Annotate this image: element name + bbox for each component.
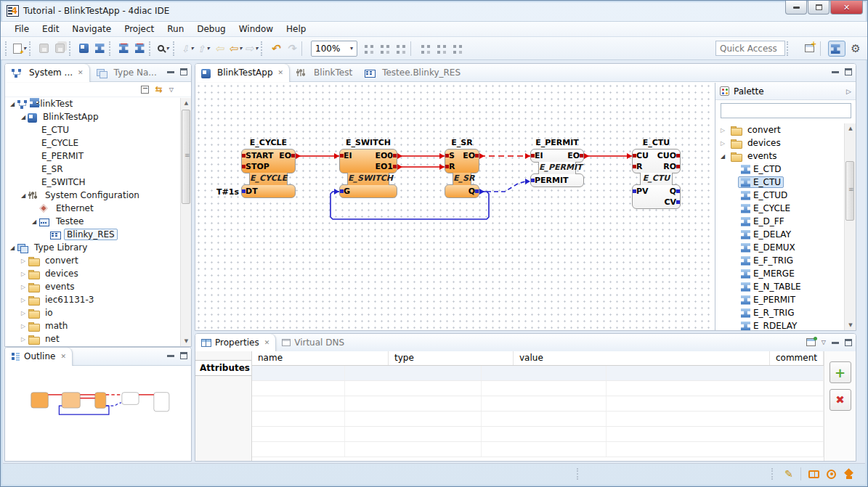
tree-expand-icon[interactable] [19,284,28,290]
scroll-down-icon[interactable]: ▼ [845,320,856,330]
value-cell[interactable] [482,442,607,457]
toolbar-handle[interactable] [261,41,266,56]
palette-folder-devices[interactable]: devices [715,136,844,150]
event-input-pin[interactable] [633,165,636,168]
tree-expand-icon[interactable] [8,101,17,107]
event-output-pin[interactable] [393,165,397,168]
outline-thumbnail[interactable] [5,366,191,460]
tree-item-math[interactable]: math [5,319,191,332]
comment-cell[interactable] [607,366,824,380]
tree-item-events[interactable]: events [5,280,191,293]
new-system-button[interactable] [76,41,92,57]
type-cell[interactable] [345,396,482,411]
fb-e-ctu[interactable]: E_CTU CUCUO RRO E_CTU PVQ CV [632,138,681,209]
comment-cell[interactable] [607,381,824,396]
tab-outline[interactable]: Outline ✕ [5,348,73,366]
name-cell[interactable] [252,366,345,380]
scroll-up-icon[interactable]: ▲ [845,123,856,134]
back-history-button[interactable] [211,41,227,57]
palette-item-e-merge[interactable]: E_MERGE [715,267,844,280]
maximize-view-icon[interactable] [845,339,852,346]
event-input-pin[interactable] [340,154,344,157]
toolbar-handle[interactable] [149,41,154,56]
comment-cell[interactable] [607,427,824,441]
fb-e-permit[interactable]: E_PERMIT EIEO E_PERMIT PERMIT [530,138,584,187]
open-perspective-button[interactable] [800,41,818,57]
tree-expand-icon[interactable] [19,114,28,120]
tree-item-e-sr[interactable]: E_SR [5,163,191,176]
tab-close-icon[interactable]: ✕ [278,69,284,76]
dropdown-arrow-icon[interactable] [166,45,169,52]
table-row[interactable] [252,396,824,412]
scrollbar-thumb[interactable] [845,161,854,221]
palette-scrollbar[interactable]: ▲ ▼ [844,123,856,330]
data-input-pin[interactable] [633,189,636,193]
menu-window[interactable]: Window [232,22,280,36]
event-output-pin[interactable] [676,154,680,157]
data-input-pin[interactable] [531,179,535,182]
event-output-pin[interactable] [580,154,583,157]
palette-item-e-f-trig[interactable]: E_F_TRIG [715,254,844,267]
type-cell[interactable] [345,381,482,396]
name-cell[interactable] [252,381,345,396]
tree-expand-icon[interactable] [19,192,28,199]
toolbar-handle[interactable] [5,41,10,56]
value-cell[interactable] [482,366,607,380]
tree-expand-icon[interactable] [19,336,28,343]
view-menu-icon[interactable]: ▽ [169,86,174,93]
palette-item-e-ctd[interactable]: E_CTD [715,163,844,176]
tree-expand-icon[interactable] [19,258,28,264]
table-row[interactable] [252,366,824,381]
collapse-all-icon[interactable] [141,86,149,94]
dt-literal-value[interactable]: T#1s [208,187,239,197]
undo-button[interactable] [267,41,283,57]
event-output-pin[interactable] [676,165,680,168]
type-cell[interactable] [345,427,482,441]
pin-editor-icon[interactable] [806,338,816,346]
tree-item-devices[interactable]: devices [5,267,191,280]
column-header[interactable]: type [389,351,514,365]
palette-item-e-n-table[interactable]: E_N_TABLE [715,280,844,293]
menu-debug[interactable]: Debug [190,22,232,36]
name-cell[interactable] [252,427,345,441]
dropdown-arrow-icon[interactable] [190,45,193,52]
maximize-view-icon[interactable] [845,68,852,75]
layout-vertical-button[interactable] [376,41,392,57]
toolbar-handle[interactable] [109,41,114,56]
table-row[interactable] [252,412,824,427]
value-cell[interactable] [482,412,607,426]
align-distribute-button[interactable] [449,41,465,57]
data-output-pin[interactable] [475,189,479,193]
table-row[interactable] [252,442,824,457]
palette-item-e-ctud[interactable]: E_CTUD [715,189,844,202]
new-application-button[interactable] [92,41,108,57]
tab-close-icon[interactable]: ✕ [78,69,84,76]
new-fb-type-button[interactable] [131,41,147,57]
tab-close-icon[interactable]: ✕ [60,353,66,360]
attributes-section-tab[interactable]: Attributes [195,360,251,376]
layout-auto-button[interactable] [392,41,408,57]
tree-item-ethernet[interactable]: Ethernet [5,202,191,215]
maximize-view-icon[interactable] [180,352,187,359]
tree-expand-icon[interactable] [718,127,727,134]
new-wizard-button[interactable] [12,41,28,57]
view-menu-icon[interactable]: ▽ [822,339,826,345]
zoom-combobox[interactable]: 100% ▾ [311,41,357,57]
link-with-editor-icon[interactable]: ⇆ [155,84,163,94]
tree-expand-icon[interactable] [19,310,28,316]
align-left-button[interactable] [417,41,433,57]
tab-properties[interactable]: Properties ✕ [195,334,276,352]
tree-item-convert[interactable]: convert [5,254,191,267]
fb-e-cycle[interactable]: E_CYCLE STARTEO STOP E_CYCLE DT [241,138,296,198]
align-center-button[interactable] [433,41,449,57]
tree-expand-icon[interactable] [718,153,727,160]
type-cell[interactable] [345,366,482,380]
event-input-pin[interactable] [242,154,246,157]
editor-tab-blinktest[interactable]: BlinkTest [290,64,358,82]
system-perspective-button[interactable] [828,41,845,57]
quick-access-input[interactable] [715,41,785,56]
palette-item-e-d-ff[interactable]: E_D_FF [715,215,844,228]
layout-horizontal-button[interactable] [360,41,376,57]
table-row[interactable] [252,427,824,442]
menu-project[interactable]: Project [118,22,161,36]
